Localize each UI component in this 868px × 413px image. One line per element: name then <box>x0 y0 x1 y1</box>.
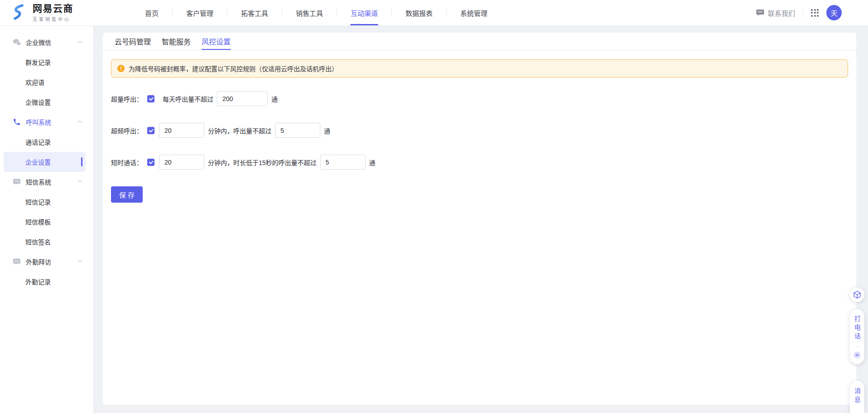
limit-input[interactable] <box>320 155 366 170</box>
message-label: 消息 <box>854 388 860 413</box>
rule-row: 短时通话：分钟内，时长低于15秒的呼出量不超过通 <box>111 155 848 170</box>
brand-subtitle: 互客销售中心 <box>33 15 73 22</box>
rule-checkbox[interactable] <box>147 127 154 134</box>
apps-grid-icon[interactable] <box>811 9 819 17</box>
sidebar-item-sms-templates[interactable]: 短信模板 <box>0 212 93 232</box>
rule-text: 分钟内，时长低于15秒的呼出量不超过 <box>208 158 317 167</box>
brand-name: 网易云商 <box>33 3 73 14</box>
avatar[interactable]: 天 <box>826 5 842 20</box>
message-widget[interactable]: 消息 <box>850 381 864 413</box>
settings-panel: 云号码管理智能服务风控设置 ! 为降低号码被封概率，建议配置以下风控规则（仅适用… <box>103 33 856 405</box>
sidebar-item-enterprise-settings[interactable]: 企业设置 <box>4 152 86 172</box>
contact-us-button[interactable]: 联系我们 <box>756 8 795 18</box>
topbar: 网易云商 互客销售中心 首页客户管理拓客工具销售工具互动渠道数据报表系统管理 联… <box>0 0 868 26</box>
tabbar: 云号码管理智能服务风控设置 <box>103 33 856 50</box>
sidebar-item-welcome-message[interactable]: 欢迎语 <box>0 72 93 92</box>
sms-bubble-icon <box>12 177 21 186</box>
call-widget: 打电话 <box>850 309 864 364</box>
rule-label: 短时通话： <box>111 158 147 167</box>
sidebar-group-label: 外勤拜访 <box>26 257 51 266</box>
chevron-up-icon <box>78 260 82 265</box>
tab-risk-control-settings[interactable]: 风控设置 <box>202 33 231 50</box>
warning-icon: ! <box>117 65 125 72</box>
rule-label: 超频呼出： <box>111 126 147 135</box>
call-settings-button[interactable] <box>854 351 861 359</box>
sidebar-group-sms-system[interactable]: 短信系统 <box>0 172 93 192</box>
rule-row: 超量呼出：每天呼出量不超过通 <box>111 91 848 106</box>
sidebar-item-sms-records[interactable]: 短信记录 <box>0 192 93 212</box>
sidebar-item-sms-signatures[interactable]: 短信签名 <box>0 232 93 252</box>
topnav-item-customer-management[interactable]: 客户管理 <box>173 0 227 25</box>
topbar-divider <box>803 9 803 17</box>
rule-text: 每天呼出量不超过 <box>163 94 213 103</box>
sidebar-group-wecom[interactable]: 企业微信 <box>0 32 93 52</box>
save-button[interactable]: 保 存 <box>111 186 143 203</box>
limit-input[interactable] <box>275 123 320 138</box>
sidebar-item-call-records[interactable]: 通话记录 <box>0 132 93 152</box>
topnav-item-home[interactable]: 首页 <box>131 0 172 25</box>
rule-row: 超频呼出：分钟内，呼出量不超过通 <box>111 123 848 138</box>
brand-logo[interactable]: 网易云商 互客销售中心 <box>0 3 112 22</box>
rule-text: 分钟内，呼出量不超过 <box>208 126 271 135</box>
limit-input[interactable] <box>217 91 268 106</box>
sidebar-group-label: 呼叫系统 <box>26 117 51 126</box>
topnav-item-sales-tools[interactable]: 销售工具 <box>282 0 337 25</box>
sidebar-group-field-visit[interactable]: 外勤拜访 <box>0 252 93 272</box>
chat-icon <box>756 9 764 16</box>
make-call-button[interactable]: 打电话 <box>854 316 860 341</box>
main-region: 云号码管理智能服务风控设置 ! 为降低号码被封概率，建议配置以下风控规则（仅适用… <box>94 26 868 413</box>
topnav-item-prospecting-tools[interactable]: 拓客工具 <box>227 0 282 25</box>
sidebar-item-field-records[interactable]: 外勤记录 <box>0 272 93 292</box>
rule-text: 通 <box>324 126 330 135</box>
limit-input[interactable] <box>159 123 204 138</box>
rule-text: 通 <box>369 158 376 167</box>
rule-text: 通 <box>271 94 278 103</box>
phone-icon <box>12 117 21 126</box>
topnav-item-system-management[interactable]: 系统管理 <box>447 0 501 25</box>
cube-icon <box>853 291 861 299</box>
sidebar-group-call-system[interactable]: 呼叫系统 <box>0 112 93 132</box>
visit-bubble-icon <box>12 257 21 266</box>
chevron-up-icon <box>78 41 82 45</box>
gear-icon <box>854 351 861 359</box>
product-cube-button[interactable] <box>850 287 864 302</box>
brand-text: 网易云商 互客销售中心 <box>33 3 73 22</box>
tab-cloud-number-management[interactable]: 云号码管理 <box>115 33 151 50</box>
sidebar-item-wecom-settings[interactable]: 企微设置 <box>0 92 93 112</box>
limit-input[interactable] <box>159 155 204 170</box>
wecom-chat-icon <box>12 38 21 47</box>
sidebar: 企业微信群发记录欢迎语企微设置呼叫系统通话记录企业设置短信系统短信记录短信模板短… <box>0 26 94 413</box>
warning-alert-text: 为降低号码被封概率，建议配置以下风控规则（仅适用云呼出及话机呼出） <box>129 64 338 73</box>
panel-body: ! 为降低号码被封概率，建议配置以下风控规则（仅适用云呼出及话机呼出） 超量呼出… <box>103 50 856 203</box>
sidebar-group-label: 企业微信 <box>26 38 51 47</box>
tab-smart-services[interactable]: 智能服务 <box>162 33 191 50</box>
widget-divider <box>853 346 861 347</box>
contact-us-label: 联系我们 <box>768 8 795 18</box>
sidebar-group-label: 短信系统 <box>26 177 51 186</box>
rule-label: 超量呼出： <box>111 94 147 103</box>
content-area: 企业微信群发记录欢迎语企微设置呼叫系统通话记录企业设置短信系统短信记录短信模板短… <box>0 26 868 413</box>
topnav-item-data-reports[interactable]: 数据报表 <box>392 0 446 25</box>
topnav-menu: 首页客户管理拓客工具销售工具互动渠道数据报表系统管理 <box>131 0 501 25</box>
chevron-up-icon <box>78 121 82 125</box>
sidebar-item-group-send-records[interactable]: 群发记录 <box>0 52 93 72</box>
topnav-item-interactive-channels[interactable]: 互动渠道 <box>337 0 391 25</box>
rule-checkbox[interactable] <box>147 159 154 166</box>
chevron-up-icon <box>78 180 82 185</box>
warning-alert: ! 为降低号码被封概率，建议配置以下风控规则（仅适用云呼出及话机呼出） <box>111 59 848 78</box>
topbar-right: 联系我们 天 <box>756 5 868 20</box>
risk-form: 超量呼出：每天呼出量不超过通超频呼出：分钟内，呼出量不超过通短时通话：分钟内，时… <box>111 78 848 170</box>
rule-checkbox[interactable] <box>147 95 154 102</box>
brand-logo-icon <box>10 4 28 22</box>
